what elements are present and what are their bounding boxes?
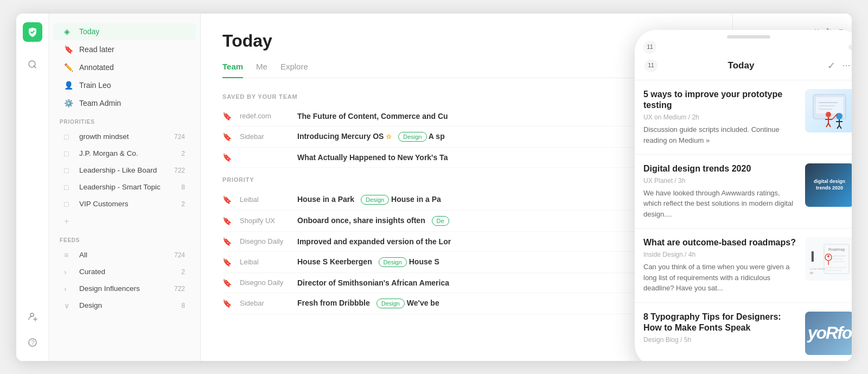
bookmark-icon: 🔖: [222, 112, 231, 121]
article-source: Inside Design / 4h: [643, 251, 799, 258]
sidebar-item-design[interactable]: ∨ Design 8: [53, 297, 196, 314]
svg-rect-33: [826, 270, 842, 271]
mobile-title: Today: [659, 60, 824, 71]
feed-design-label: Design: [79, 301, 176, 309]
mobile-check-button[interactable]: ✓: [824, 58, 839, 73]
sidebar-item-design-influencers[interactable]: › Design Influencers 722: [53, 281, 196, 297]
svg-line-22: [828, 123, 831, 127]
sidebar-train-leo-label: Train Leo: [79, 81, 185, 90]
sidebar-item-growth-mindset[interactable]: □ growth mindset 724: [53, 129, 196, 145]
svg-point-17: [826, 112, 831, 117]
train-leo-icon: 👤: [64, 81, 74, 90]
feed-curated-count: 2: [181, 268, 185, 276]
bookmark-icon: 🔖: [222, 237, 231, 246]
article-thumbnail: [805, 89, 852, 132]
article-title: 5 ways to improve your prototype testing: [643, 89, 799, 112]
article-desc: Discussion guide scripts included. Conti…: [643, 124, 799, 145]
feed-source: Disegno Daily: [240, 237, 289, 245]
sidebar-item-annotated[interactable]: ✏️ Annotated: [53, 59, 196, 76]
priority-leadership-like-label: Leadership - Like Board: [79, 166, 169, 174]
feed-source: Sidebar: [240, 132, 289, 141]
sidebar-read-later-label: Read later: [79, 45, 185, 54]
priority-jp-label: J.P. Morgan & Co.: [79, 149, 176, 157]
all-icon: ≡: [64, 251, 74, 259]
sidebar-team-admin-label: Team Admin: [79, 99, 185, 107]
sidebar-item-leadership-smart[interactable]: □ Leadership - Smart Topic 8: [53, 179, 196, 195]
list-item[interactable]: 5 ways to improve your prototype testing…: [635, 80, 852, 155]
article-thumbnail: yoRfo: [805, 312, 852, 355]
sidebar-item-team-admin[interactable]: ⚙️ Team Admin: [53, 94, 196, 112]
add-icon: +: [64, 217, 69, 226]
today-icon: ◈: [64, 27, 74, 36]
feed-source: Disegno Daily: [240, 278, 289, 287]
sidebar-today-label: Today: [79, 27, 185, 36]
bookmark-icon: 🔖: [222, 217, 231, 225]
add-user-button[interactable]: [23, 307, 42, 326]
priority-leadership-smart-label: Leadership - Smart Topic: [79, 183, 176, 191]
priority-folder-icon-5: □: [64, 200, 74, 208]
tab-me[interactable]: Me: [256, 62, 267, 78]
tab-team[interactable]: Team: [222, 62, 243, 78]
tab-explore[interactable]: Explore: [280, 62, 308, 78]
list-item[interactable]: Digital design trends 2020 UX Planet / 3…: [635, 155, 852, 229]
design-influencers-expand-icon: ›: [64, 284, 74, 293]
svg-text:I: I: [810, 248, 815, 265]
mobile-status-left: 11: [643, 41, 656, 54]
mobile-header: 11 Today ✓ ···: [635, 54, 852, 80]
sidebar-item-curated[interactable]: › Curated 2: [53, 264, 196, 280]
list-item[interactable]: 8 Typography Tips for Designers: How to …: [635, 303, 852, 361]
sidebar-item-jp-morgan[interactable]: □ J.P. Morgan & Co. 2: [53, 145, 196, 162]
article-title: 8 Typography Tips for Designers: How to …: [643, 312, 799, 334]
bookmark-icon: 🔖: [222, 153, 231, 162]
icon-bar: ?: [16, 14, 49, 361]
svg-text:?: ?: [31, 339, 34, 346]
article-text: 8 Typography Tips for Designers: How to …: [643, 312, 799, 355]
svg-line-21: [826, 123, 828, 127]
sidebar-item-read-later[interactable]: 🔖 Read later: [53, 41, 196, 58]
sidebar-item-all[interactable]: ≡ All 724: [53, 247, 196, 263]
article-title: What are outcome-based roadmaps?: [643, 237, 799, 249]
team-admin-icon: ⚙️: [64, 99, 74, 107]
list-item[interactable]: What are outcome-based roadmaps? Inside …: [635, 229, 852, 302]
article-source: Design Blog / 5h: [643, 336, 799, 344]
mobile-back-button[interactable]: 11: [643, 58, 659, 73]
feed-design-influencers-label: Design Influencers: [79, 284, 169, 293]
annotated-icon: ✏️: [64, 63, 74, 72]
bookmark-icon: 🔖: [222, 132, 231, 141]
svg-text:a our vision: a our vision: [810, 267, 825, 270]
priority-leadership-smart-count: 8: [181, 183, 185, 191]
svg-line-16: [839, 125, 841, 129]
article-desc: We have looked through Awwwards ratings,…: [643, 188, 799, 220]
add-feed-button[interactable]: [23, 55, 42, 74]
svg-rect-31: [832, 261, 844, 262]
sidebar-item-vip-customers[interactable]: □ VIP Customers 2: [53, 196, 196, 212]
priority-growth-label: growth mindset: [79, 132, 169, 141]
mobile-status-dot: [848, 45, 852, 50]
curated-expand-icon: ›: [64, 268, 74, 276]
mobile-overlay: 11 11 Today ✓ ··· 5 ways to improve your…: [635, 30, 852, 361]
sidebar-item-today[interactable]: ◈ Today: [53, 23, 196, 40]
priority-folder-icon-3: □: [64, 166, 74, 175]
svg-rect-8: [816, 97, 843, 113]
sidebar: ◈ Today 🔖 Read later ✏️ Annotated 👤 Trai…: [49, 14, 201, 361]
feed-design-count: 8: [181, 302, 185, 309]
article-desc: Can you think of a time when you were gi…: [643, 262, 799, 294]
article-text: Digital design trends 2020 UX Planet / 3…: [643, 163, 799, 219]
mobile-more-button[interactable]: ···: [839, 58, 852, 73]
priority-vip-count: 2: [181, 200, 185, 208]
sidebar-item-leadership-like[interactable]: □ Leadership - Like Board 722: [53, 162, 196, 179]
article-thumbnail: digital designtrends 2020: [805, 163, 852, 207]
feed-source: Shopify UX: [240, 217, 289, 225]
priority-folder-icon-4: □: [64, 183, 74, 192]
bookmark-icon: 🔖: [222, 258, 231, 267]
feed-source: Leibal: [240, 195, 289, 204]
svg-point-28: [827, 255, 829, 257]
svg-text:Roadmap: Roadmap: [828, 248, 845, 252]
bookmark-icon: 🔖: [222, 278, 231, 287]
sidebar-item-train-leo[interactable]: 👤 Train Leo: [53, 77, 196, 94]
add-priority-button[interactable]: +: [53, 213, 196, 230]
svg-point-2: [30, 313, 34, 316]
priority-folder-icon-2: □: [64, 149, 74, 158]
help-button[interactable]: ?: [23, 333, 42, 352]
feed-source: Leibal: [240, 258, 289, 266]
